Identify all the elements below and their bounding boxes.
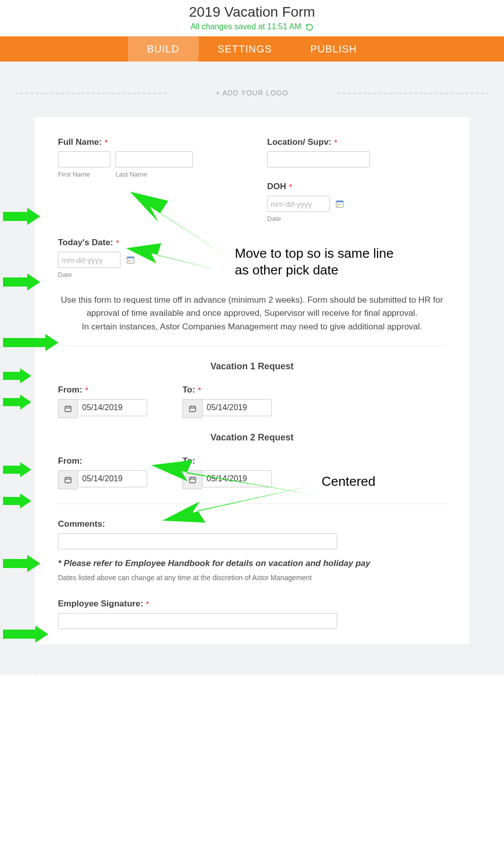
svg-rect-6 xyxy=(127,257,134,258)
vacation-1-heading: Vacation 1 Request xyxy=(58,361,446,372)
vac2-to-label: To: xyxy=(182,456,272,466)
handbook-note: * Please refer to Employee Handbook for … xyxy=(58,558,446,569)
calendar-icon[interactable] xyxy=(182,470,202,489)
form-canvas: + ADD YOUR LOGO Full Name:* First Name L… xyxy=(0,62,504,675)
field-full-name: Full Name:* First Name Last Name xyxy=(58,137,237,222)
svg-marker-32 xyxy=(3,493,31,509)
comments-label: Comments: xyxy=(58,519,446,529)
comments-input[interactable] xyxy=(58,533,337,549)
annotation-arrow-icon xyxy=(3,462,31,477)
calendar-icon[interactable] xyxy=(58,470,78,489)
full-name-label: Full Name:* xyxy=(58,137,237,147)
svg-marker-29 xyxy=(3,368,31,383)
calendar-icon[interactable] xyxy=(182,399,202,418)
annotation-arrow-icon xyxy=(3,395,31,410)
vac1-to-input[interactable] xyxy=(202,399,272,416)
svg-rect-7 xyxy=(129,260,130,261)
svg-rect-1 xyxy=(336,201,343,202)
doh-input[interactable] xyxy=(267,196,330,212)
discretion-note: Dates listed above can change at any tim… xyxy=(58,574,446,582)
form-card: Full Name:* First Name Last Name Locatio… xyxy=(35,117,469,644)
svg-rect-3 xyxy=(340,204,341,205)
form-description: Use this form to request time off in adv… xyxy=(60,294,444,333)
svg-rect-2 xyxy=(338,204,339,205)
first-name-sublabel: First Name xyxy=(58,171,110,178)
history-icon xyxy=(305,23,313,31)
svg-rect-9 xyxy=(129,261,130,262)
field-vac2-to: To: xyxy=(182,456,272,489)
annotation-text-centered: Centered xyxy=(322,473,375,490)
svg-marker-31 xyxy=(3,462,31,477)
field-doh: DOH* Date xyxy=(267,182,446,222)
vac1-to-label: To:* xyxy=(182,385,272,395)
calendar-icon[interactable] xyxy=(336,200,344,208)
divider xyxy=(58,503,446,504)
todays-date-input[interactable] xyxy=(58,252,120,268)
field-vac2-from: From: xyxy=(58,456,147,489)
calendar-icon[interactable] xyxy=(58,399,78,418)
field-comments: Comments: xyxy=(58,519,446,549)
builder-tabs: BUILD SETTINGS PUBLISH xyxy=(0,36,504,62)
last-name-sublabel: Last Name xyxy=(115,171,193,178)
calendar-icon[interactable] xyxy=(127,256,135,264)
tab-build[interactable]: BUILD xyxy=(128,36,199,62)
divider xyxy=(58,346,446,346)
last-name-input[interactable] xyxy=(115,151,193,167)
location-supv-label: Location/ Supv:* xyxy=(267,137,446,147)
tab-publish[interactable]: PUBLISH xyxy=(291,36,376,62)
field-employee-signature: Employee Signature:* xyxy=(58,599,446,629)
doh-sublabel: Date xyxy=(267,215,446,222)
svg-rect-14 xyxy=(190,406,196,412)
vac2-from-label: From: xyxy=(58,456,147,466)
add-logo-button[interactable]: + ADD YOUR LOGO xyxy=(15,89,489,97)
vac2-from-input[interactable] xyxy=(78,470,147,487)
svg-rect-8 xyxy=(131,260,132,261)
vac2-to-input[interactable] xyxy=(202,470,272,487)
field-location-supv: Location/ Supv:* DOH* Date xyxy=(267,137,446,222)
first-name-input[interactable] xyxy=(58,151,110,167)
employee-signature-label: Employee Signature:* xyxy=(58,599,446,609)
field-vac1-from: From:* xyxy=(58,385,147,418)
svg-marker-30 xyxy=(3,395,31,410)
svg-rect-10 xyxy=(65,406,71,412)
svg-rect-22 xyxy=(190,477,196,483)
location-supv-input[interactable] xyxy=(267,151,370,167)
vacation-2-heading: Vacation 2 Request xyxy=(58,432,446,443)
page-title: 2019 Vacation Form xyxy=(0,4,504,20)
save-status: All changes saved at 11:51 AM xyxy=(0,22,504,31)
vac1-from-input[interactable] xyxy=(78,399,147,416)
doh-label: DOH* xyxy=(267,182,446,192)
employee-signature-input[interactable] xyxy=(58,613,337,629)
field-vac1-to: To:* xyxy=(182,385,272,418)
annotation-text-move-top: Move to top so is same line as other pic… xyxy=(235,245,396,278)
annotation-arrow-icon xyxy=(3,674,48,675)
annotation-arrow-icon xyxy=(3,368,31,383)
vac1-from-label: From:* xyxy=(58,385,147,395)
svg-rect-4 xyxy=(338,205,339,206)
annotation-arrow-icon xyxy=(3,493,31,509)
tab-settings[interactable]: SETTINGS xyxy=(199,36,291,62)
svg-rect-18 xyxy=(65,477,71,483)
header: 2019 Vacation Form All changes saved at … xyxy=(0,0,504,36)
svg-marker-35 xyxy=(3,674,48,675)
